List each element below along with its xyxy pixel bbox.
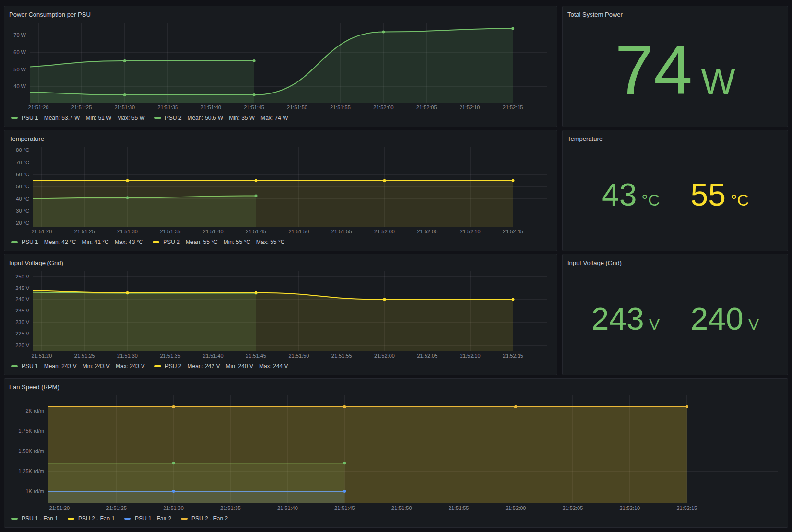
legend-item-psu-2-fan-1[interactable]: PSU 2 - Fan 1	[68, 515, 115, 522]
svg-text:21:51:50: 21:51:50	[288, 353, 309, 359]
svg-text:21:52:15: 21:52:15	[676, 505, 697, 511]
legend-label[interactable]: PSU 1 - Fan 2	[135, 515, 171, 522]
svg-text:21:51:25: 21:51:25	[71, 104, 92, 110]
fan-legend: PSU 1 - Fan 1PSU 2 - Fan 1PSU 1 - Fan 2P…	[9, 513, 783, 524]
svg-text:21:51:35: 21:51:35	[160, 229, 180, 234]
temperature-stat-body: 43 °C 55 °C	[567, 144, 783, 248]
svg-text:2K rd/m: 2K rd/m	[25, 408, 44, 414]
panel-temperature-stat: Temperature 43 °C 55 °C	[562, 130, 788, 251]
legend-label[interactable]: PSU 2	[163, 239, 180, 245]
legend-stat: Min: 35 W	[229, 115, 255, 121]
legend-item-psu-1-fan-2[interactable]: PSU 1 - Fan 2	[124, 515, 171, 522]
legend-label[interactable]: PSU 1 - Fan 1	[22, 515, 58, 522]
svg-text:21:51:55: 21:51:55	[331, 229, 352, 234]
temperature-psu2-number: 55	[691, 179, 726, 210]
legend-label[interactable]: PSU 2	[165, 363, 182, 370]
svg-text:21:51:20: 21:51:20	[31, 229, 52, 234]
legend-stat: Min: 41 °C	[82, 239, 109, 245]
legend-swatch-icon	[11, 241, 18, 243]
legend-item-psu-1[interactable]: PSU 1Mean: 243 VMin: 243 VMax: 243 V	[11, 363, 145, 370]
legend-swatch-icon	[11, 365, 18, 367]
legend-item-psu-1-fan-1[interactable]: PSU 1 - Fan 1	[11, 515, 58, 522]
svg-text:220 V: 220 V	[15, 342, 29, 348]
svg-text:40 °C: 40 °C	[16, 196, 29, 202]
svg-text:21:51:25: 21:51:25	[74, 353, 95, 359]
legend-stat: Mean: 242 V	[188, 363, 220, 370]
svg-text:60 °C: 60 °C	[16, 172, 29, 177]
svg-text:70 °C: 70 °C	[16, 160, 29, 165]
panel-title-temperature-stat[interactable]: Temperature	[567, 134, 783, 144]
legend-label[interactable]: PSU 1	[22, 239, 38, 245]
panel-title-voltage[interactable]: Input Voltage (Grid)	[9, 258, 552, 268]
legend-stat: Min: 243 V	[83, 363, 110, 370]
svg-text:21:51:45: 21:51:45	[244, 104, 264, 110]
legend-label[interactable]: PSU 1	[22, 115, 38, 121]
fan-chart-canvas[interactable]: 1K rd/m1.25K rd/m1.50K rd/m1.75K rd/m2K …	[9, 392, 783, 513]
panel-temperature-chart: Temperature 20 °C30 °C40 °C50 °C60 °C70 …	[4, 130, 557, 251]
legend-item-psu-1[interactable]: PSU 1Mean: 42 °CMin: 41 °CMax: 43 °C	[11, 239, 143, 245]
temperature-legend: PSU 1Mean: 42 °CMin: 41 °CMax: 43 °CPSU …	[9, 236, 552, 248]
svg-text:21:52:00: 21:52:00	[374, 229, 395, 234]
legend-item-psu-2[interactable]: PSU 2Mean: 55 °CMin: 55 °CMax: 55 °C	[153, 239, 284, 245]
legend-stat: Mean: 55 °C	[186, 239, 218, 245]
svg-text:21:52:05: 21:52:05	[416, 104, 437, 110]
dashboard: Power Consumption per PSU 40 W50 W60 W70…	[0, 0, 792, 532]
svg-text:21:52:10: 21:52:10	[460, 229, 481, 234]
legend-item-psu-2[interactable]: PSU 2Mean: 50.6 WMin: 35 WMax: 74 W	[154, 115, 288, 121]
panel-title-total-power[interactable]: Total System Power	[567, 10, 783, 20]
legend-stat: Max: 243 V	[116, 363, 145, 370]
temperature-psu1-value: 43 °C	[602, 179, 660, 210]
svg-text:21:51:35: 21:51:35	[220, 505, 241, 511]
svg-text:245 V: 245 V	[15, 285, 29, 291]
legend-item-psu-2-fan-2[interactable]: PSU 2 - Fan 2	[181, 515, 228, 522]
svg-text:21:52:05: 21:52:05	[417, 229, 437, 234]
legend-label[interactable]: PSU 2 - Fan 1	[78, 515, 115, 522]
svg-text:21:52:15: 21:52:15	[503, 229, 523, 234]
legend-stat: Mean: 42 °C	[44, 239, 76, 245]
power-chart-canvas[interactable]: 40 W50 W60 W70 W21:51:2021:51:2521:51:30…	[9, 20, 552, 112]
legend-label[interactable]: PSU 2	[165, 115, 182, 121]
svg-text:21:51:25: 21:51:25	[106, 505, 127, 511]
svg-text:21:51:45: 21:51:45	[246, 353, 266, 359]
svg-text:21:52:10: 21:52:10	[460, 353, 481, 359]
svg-text:21:51:45: 21:51:45	[246, 229, 266, 234]
legend-swatch-icon	[11, 518, 18, 520]
voltage-chart-canvas[interactable]: 220 V225 V230 V235 V240 V245 V250 V21:51…	[9, 268, 552, 360]
panel-title-temperature[interactable]: Temperature	[9, 134, 552, 144]
panel-fan-speed: Fan Speed (RPM) 1K rd/m1.25K rd/m1.50K r…	[4, 378, 788, 528]
legend-label[interactable]: PSU 1	[22, 363, 38, 370]
svg-text:21:51:40: 21:51:40	[277, 505, 298, 511]
svg-text:225 V: 225 V	[15, 331, 29, 336]
svg-text:21:51:40: 21:51:40	[201, 104, 221, 110]
svg-text:1.75K rd/m: 1.75K rd/m	[18, 428, 44, 434]
voltage-psu2-unit: V	[748, 316, 759, 332]
svg-text:21:51:20: 21:51:20	[49, 505, 70, 511]
legend-swatch-icon	[124, 518, 131, 520]
legend-stat: Mean: 243 V	[44, 363, 77, 370]
legend-label[interactable]: PSU 2 - Fan 2	[191, 515, 228, 522]
legend-stat: Min: 55 °C	[224, 239, 250, 245]
legend-stat: Max: 55 W	[117, 115, 144, 121]
svg-text:240 V: 240 V	[15, 296, 29, 302]
total-power-stat-body: 74 W	[567, 20, 783, 124]
temperature-chart-canvas[interactable]: 20 °C30 °C40 °C50 °C60 °C70 °C80 °C21:51…	[9, 144, 552, 236]
legend-item-psu-1[interactable]: PSU 1Mean: 53.7 WMin: 51 WMax: 55 W	[11, 115, 145, 121]
svg-text:20 °C: 20 °C	[16, 220, 29, 226]
legend-stat: Max: 43 °C	[115, 239, 143, 245]
legend-item-psu-2[interactable]: PSU 2Mean: 242 VMin: 240 VMax: 244 V	[154, 363, 288, 370]
panel-title-fan-speed[interactable]: Fan Speed (RPM)	[9, 382, 783, 392]
legend-swatch-icon	[11, 117, 18, 119]
svg-text:230 V: 230 V	[15, 319, 29, 325]
svg-text:80 °C: 80 °C	[16, 147, 29, 153]
voltage-stat-body: 243 V 240 V	[567, 268, 783, 372]
svg-text:21:52:15: 21:52:15	[503, 353, 523, 359]
svg-text:1.50K rd/m: 1.50K rd/m	[18, 448, 44, 454]
voltage-psu1-number: 243	[591, 303, 644, 335]
svg-text:21:52:15: 21:52:15	[503, 104, 523, 110]
temperature-psu1-unit: °C	[641, 192, 660, 208]
panel-title-voltage-stat[interactable]: Input Voltage (Grid)	[567, 258, 783, 268]
panel-title-power[interactable]: Power Consumption per PSU	[9, 10, 552, 20]
svg-text:21:51:20: 21:51:20	[31, 353, 52, 359]
voltage-psu2-value: 240 V	[691, 303, 759, 335]
svg-text:21:51:30: 21:51:30	[163, 505, 184, 511]
